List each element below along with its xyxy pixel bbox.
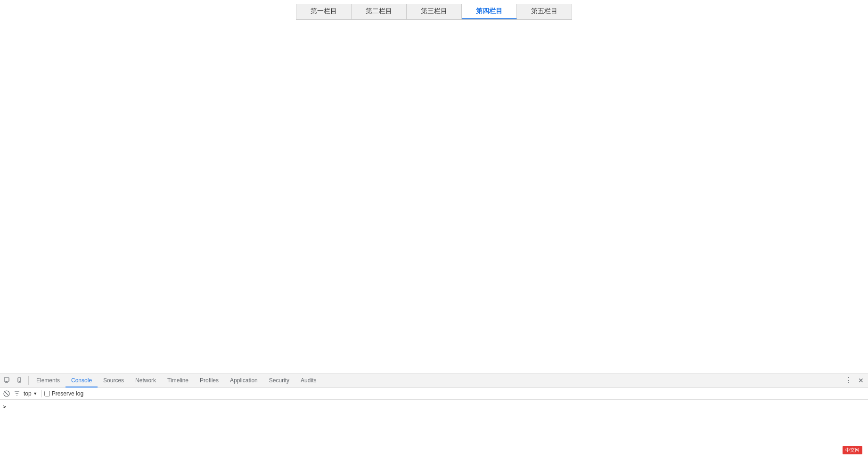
tab-timeline[interactable]: Timeline — [162, 373, 194, 387]
tab-audits[interactable]: Audits — [295, 373, 322, 387]
console-prompt: > — [3, 404, 865, 410]
close-icon: ✕ — [858, 377, 864, 384]
close-devtools-btn[interactable]: ✕ — [856, 375, 866, 386]
nav-bar: 第一栏目 第二栏目 第三栏目 第四栏目 第五栏目 — [296, 4, 572, 20]
toolbar-separator-1 — [28, 376, 29, 385]
tab-sources[interactable]: Sources — [98, 373, 130, 387]
console-context-selector[interactable]: top ▼ — [24, 390, 38, 397]
tab-elements[interactable]: Elements — [31, 373, 66, 387]
more-options-btn[interactable]: ⋮ — [843, 375, 854, 386]
devtools-tabs: Elements Console Sources Network Timelin… — [31, 373, 843, 387]
svg-rect-0 — [4, 378, 9, 381]
console-filter-btn[interactable] — [13, 390, 21, 397]
dropdown-arrow-icon: ▼ — [33, 391, 38, 396]
devtools-console-content: > — [0, 400, 868, 460]
tab-profiles[interactable]: Profiles — [194, 373, 224, 387]
tab-security[interactable]: Security — [263, 373, 295, 387]
console-prompt-arrow: > — [3, 404, 6, 410]
preserve-log-checkbox[interactable] — [44, 391, 50, 396]
more-icon: ⋮ — [845, 376, 852, 385]
devtools-toolbar-right: ⋮ ✕ — [843, 375, 866, 386]
tab-application[interactable]: Application — [224, 373, 263, 387]
preserve-log-label: Preserve log — [52, 390, 83, 397]
devtools-console-toolbar: top ▼ Preserve log — [0, 387, 868, 400]
tab-console[interactable]: Console — [66, 373, 98, 387]
inspect-icon-btn[interactable] — [2, 375, 12, 386]
device-icon-btn[interactable] — [14, 375, 25, 386]
main-content: 第一栏目 第二栏目 第三栏目 第四栏目 第五栏目 — [0, 0, 868, 373]
console-clear-btn[interactable] — [3, 390, 10, 397]
nav-item-3[interactable]: 第三栏目 — [407, 4, 462, 19]
tab-network[interactable]: Network — [130, 373, 162, 387]
nav-item-1[interactable]: 第一栏目 — [296, 4, 352, 19]
devtools-panel: Elements Console Sources Network Timelin… — [0, 373, 868, 460]
devtools-toolbar: Elements Console Sources Network Timelin… — [0, 373, 868, 387]
nav-item-4[interactable]: 第四栏目 — [462, 4, 517, 19]
nav-item-5[interactable]: 第五栏目 — [517, 4, 572, 19]
context-label: top — [24, 390, 32, 397]
console-separator-1 — [41, 390, 41, 397]
preserve-log-container[interactable]: Preserve log — [44, 390, 83, 397]
watermark: 中交网 — [843, 446, 862, 454]
devtools-toolbar-left — [2, 375, 31, 386]
svg-line-6 — [5, 392, 8, 395]
nav-item-2[interactable]: 第二栏目 — [352, 4, 407, 19]
